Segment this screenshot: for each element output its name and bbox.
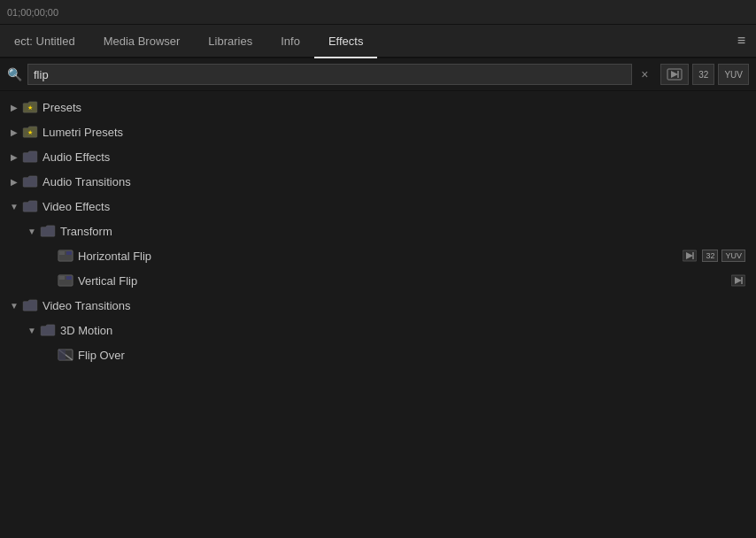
folder-icon xyxy=(21,150,39,164)
tree-item-label: Transform xyxy=(60,225,749,238)
tree-row-3d-motion[interactable]: ▼ 3D Motion xyxy=(0,318,756,342)
accelerated-filter-button[interactable] xyxy=(660,64,689,85)
tree-row-video-effects[interactable]: ▼ Video Effects xyxy=(0,194,756,219)
tree-item-label: Presets xyxy=(42,101,749,114)
tree-row-video-transitions[interactable]: ▼ Video Transitions xyxy=(0,293,756,318)
32bit-filter-button[interactable]: 32 xyxy=(692,64,714,85)
chevron-expanded-icon: ▼ xyxy=(25,227,39,236)
tree-row-lumetri-presets[interactable]: ▶ ★ Lumetri Presets xyxy=(0,119,756,144)
yuv-filter-button[interactable]: YUV xyxy=(718,64,749,85)
tree-item-label: Vertical Flip xyxy=(78,274,728,288)
tree-item-label: Flip Over xyxy=(78,349,749,362)
tree-item-label: Audio Effects xyxy=(42,150,749,164)
chevron-collapsed-icon: ▶ xyxy=(7,103,21,112)
tab-media-browser[interactable]: Media Browser xyxy=(89,27,195,55)
search-input[interactable] xyxy=(27,64,632,85)
chevron-collapsed-icon: ▶ xyxy=(7,177,21,187)
folder-icon xyxy=(39,323,57,337)
svg-rect-15 xyxy=(66,276,72,280)
accelerated-tag xyxy=(731,274,745,287)
tab-info[interactable]: Info xyxy=(266,27,314,55)
search-bar: 🔍 × 32 YUV xyxy=(0,58,756,91)
folder-star-icon: ★ xyxy=(21,100,39,114)
tree-row-audio-transitions[interactable]: ▶ Audio Transitions xyxy=(0,169,756,194)
tree-row-audio-effects[interactable]: ▶ Audio Effects xyxy=(0,144,756,169)
folder-icon xyxy=(21,174,39,188)
chevron-collapsed-icon: ▶ xyxy=(7,152,21,162)
tree-item-label: Horizontal Flip xyxy=(78,250,679,263)
tab-libraries[interactable]: Libraries xyxy=(194,27,266,55)
folder-icon xyxy=(21,199,39,213)
chevron-expanded-icon: ▼ xyxy=(7,301,21,311)
tree-item-label: 3D Motion xyxy=(60,324,749,337)
panel-menu-icon[interactable]: ≡ xyxy=(727,26,756,56)
chevron-collapsed-icon: ▶ xyxy=(7,127,21,137)
accelerated-tag xyxy=(683,250,697,262)
folder-icon xyxy=(21,298,39,312)
item-tags: 32 YUV xyxy=(679,250,749,262)
svg-marker-1 xyxy=(671,71,678,78)
chevron-expanded-icon: ▼ xyxy=(7,202,21,211)
tree-item-label: Video Effects xyxy=(42,200,749,213)
tree-item-label: Audio Transitions xyxy=(42,175,749,188)
svg-text:★: ★ xyxy=(27,104,33,111)
tab-effects[interactable]: Effects xyxy=(314,27,378,55)
svg-rect-8 xyxy=(66,251,72,255)
folder-star-icon: ★ xyxy=(21,125,39,139)
svg-rect-7 xyxy=(59,251,65,255)
svg-rect-21 xyxy=(58,350,66,360)
timecode: 01;00;00;00 xyxy=(7,7,58,18)
svg-rect-14 xyxy=(59,276,65,280)
search-actions: 32 YUV xyxy=(660,64,749,85)
tree-row-transform[interactable]: ▼ Transform xyxy=(0,219,756,243)
tree-row-presets[interactable]: ▶ ★ Presets xyxy=(0,95,756,119)
tab-project[interactable]: ect: Untitled xyxy=(0,27,89,55)
item-tags xyxy=(728,274,749,287)
yuv-tag: YUV xyxy=(721,250,745,262)
search-icon: 🔍 xyxy=(7,67,22,81)
tree-row-horizontal-flip[interactable]: Horizontal Flip 32 YUV xyxy=(0,243,756,268)
tree-row-flip-over[interactable]: Flip Over xyxy=(0,342,756,367)
tree-item-label: Video Transitions xyxy=(42,299,749,312)
tabs-bar: ect: Untitled Media Browser Libraries In… xyxy=(0,25,756,58)
32bit-tag: 32 xyxy=(702,250,718,262)
tree-item-label: Lumetri Presets xyxy=(42,126,749,139)
transition-icon xyxy=(57,346,74,364)
effect-icon xyxy=(57,247,74,265)
accelerated-icon xyxy=(667,67,683,81)
svg-text:★: ★ xyxy=(27,129,33,135)
effect-icon xyxy=(57,272,74,289)
clear-search-button[interactable]: × xyxy=(637,67,652,81)
effects-tree: ▶ ★ Presets ▶ ★ Lumetri Presets ▶ Audio … xyxy=(0,91,756,537)
folder-icon xyxy=(39,224,57,238)
tree-row-vertical-flip[interactable]: Vertical Flip xyxy=(0,268,756,293)
chevron-expanded-icon: ▼ xyxy=(25,326,39,335)
top-bar: 01;00;00;00 xyxy=(0,0,756,25)
